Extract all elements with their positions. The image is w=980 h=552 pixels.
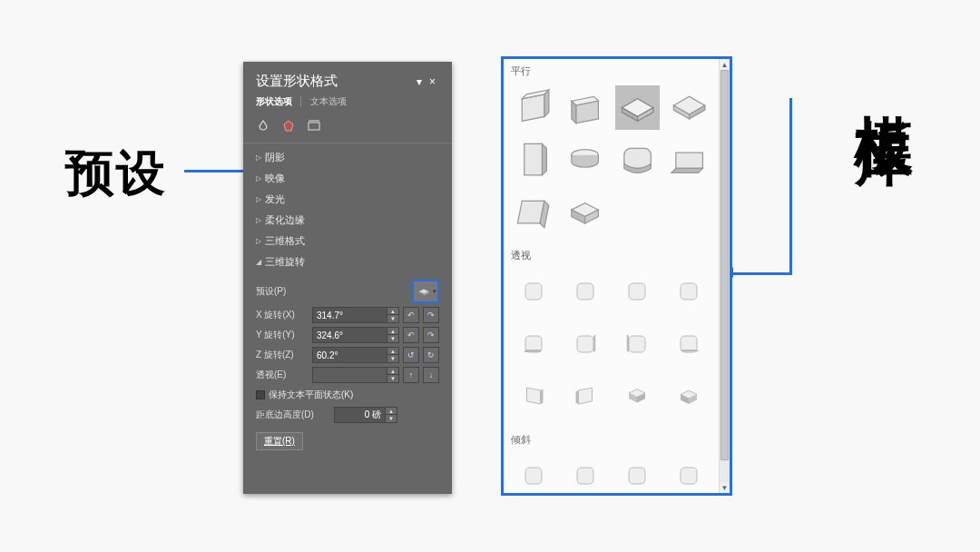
preset-thumb[interactable] bbox=[511, 321, 555, 366]
x-rotation-label: X 旋转(X) bbox=[256, 309, 309, 321]
preset-thumb[interactable] bbox=[511, 373, 555, 418]
svg-rect-1 bbox=[309, 123, 319, 130]
panel-dropdown-button[interactable]: ▾ bbox=[413, 75, 426, 88]
scroll-down-button[interactable]: ▼ bbox=[720, 482, 730, 493]
y-rotation-label: Y 旋转(Y) bbox=[256, 329, 309, 341]
scroll-thumb[interactable] bbox=[720, 70, 729, 460]
preset-thumb[interactable] bbox=[511, 270, 555, 314]
svg-marker-8 bbox=[544, 90, 549, 117]
z-rotation-input[interactable]: ▲▼ bbox=[312, 347, 399, 363]
perspective-input[interactable]: ▲▼ bbox=[312, 367, 399, 383]
tab-text-options[interactable]: 文本选项 bbox=[310, 96, 347, 106]
library-scrollbar[interactable]: ▲ ▼ bbox=[719, 59, 730, 493]
section-soft-edges[interactable]: ▷柔化边缘 bbox=[243, 210, 452, 231]
preset-thumb[interactable] bbox=[511, 190, 555, 234]
svg-marker-18 bbox=[524, 144, 543, 175]
library-section-parallel: 平行 bbox=[504, 59, 719, 82]
z-rotation-label: Z 旋转(Z) bbox=[256, 349, 309, 361]
preset-thumb[interactable] bbox=[615, 454, 660, 494]
section-glow[interactable]: ▷发光 bbox=[243, 189, 452, 210]
preset-thumb[interactable] bbox=[615, 373, 660, 418]
svg-rect-48 bbox=[577, 468, 593, 484]
section-3d-rotation[interactable]: ◢三维旋转 bbox=[243, 251, 452, 272]
fill-line-icon[interactable] bbox=[256, 119, 270, 133]
scroll-up-button[interactable]: ▲ bbox=[720, 59, 730, 70]
preset-picker-button[interactable]: ▾ bbox=[412, 280, 439, 303]
preset-thumb[interactable] bbox=[511, 85, 555, 130]
preset-thumb[interactable] bbox=[563, 270, 607, 314]
svg-rect-32 bbox=[681, 283, 697, 300]
svg-rect-47 bbox=[525, 468, 542, 484]
preset-thumb[interactable] bbox=[667, 85, 711, 130]
tab-shape-options[interactable]: 形状选项 bbox=[256, 96, 292, 106]
library-perspective-grid bbox=[504, 266, 719, 428]
effects-icon[interactable] bbox=[281, 119, 296, 133]
perspective-wide-button[interactable]: ↓ bbox=[423, 367, 439, 383]
preset-thumb[interactable] bbox=[563, 373, 607, 418]
svg-marker-19 bbox=[542, 144, 546, 175]
svg-marker-10 bbox=[576, 101, 599, 123]
svg-rect-50 bbox=[681, 468, 697, 484]
library-oblique-grid bbox=[504, 450, 719, 494]
preset-thumb[interactable] bbox=[615, 137, 660, 182]
spin-up[interactable]: ▲ bbox=[387, 308, 398, 315]
y-rotate-left-button[interactable]: ↶ bbox=[403, 327, 419, 343]
section-3d-format[interactable]: ▷三维格式 bbox=[243, 231, 452, 251]
perspective-narrow-button[interactable]: ↑ bbox=[403, 367, 419, 383]
spin-down[interactable]: ▼ bbox=[386, 415, 397, 422]
y-rotation-input[interactable]: ▲▼ bbox=[312, 327, 399, 343]
preset-thumb[interactable] bbox=[511, 454, 555, 494]
preset-thumb[interactable] bbox=[511, 137, 555, 182]
svg-rect-49 bbox=[629, 468, 645, 484]
x-rotation-input[interactable]: ▲▼ bbox=[312, 307, 399, 323]
section-reflection[interactable]: ▷映像 bbox=[243, 168, 452, 189]
x-rotate-left-button[interactable]: ↶ bbox=[403, 307, 419, 323]
svg-marker-37 bbox=[526, 388, 540, 404]
preset-thumb[interactable] bbox=[615, 321, 660, 366]
svg-marker-39 bbox=[578, 388, 592, 404]
preset-thumb[interactable] bbox=[563, 85, 607, 130]
panel-close-button[interactable]: × bbox=[426, 75, 439, 88]
y-rotate-right-button[interactable]: ↷ bbox=[423, 327, 439, 343]
preset-thumb[interactable] bbox=[667, 270, 711, 314]
preset-thumb[interactable] bbox=[563, 321, 607, 366]
preset-thumb[interactable] bbox=[563, 190, 607, 234]
spin-up[interactable]: ▲ bbox=[387, 368, 398, 375]
z-rotate-ccw-button[interactable]: ↺ bbox=[403, 347, 419, 363]
library-parallel-grid bbox=[504, 82, 719, 243]
preset-thumb-selected[interactable] bbox=[615, 85, 660, 130]
spin-down[interactable]: ▼ bbox=[387, 335, 398, 342]
x-rotate-right-button[interactable]: ↷ bbox=[423, 307, 439, 323]
spin-up[interactable]: ▲ bbox=[387, 328, 398, 335]
reset-button[interactable]: 重置(R) bbox=[256, 432, 303, 450]
size-properties-icon[interactable] bbox=[307, 119, 321, 133]
spin-up[interactable]: ▲ bbox=[387, 348, 398, 355]
preset-thumb[interactable] bbox=[667, 373, 711, 418]
preset-thumb[interactable] bbox=[563, 137, 607, 182]
annotation-library-label: 模板库 bbox=[848, 68, 918, 84]
annotation-preset-label: 预设 bbox=[65, 141, 167, 207]
preset-thumb[interactable] bbox=[667, 321, 711, 366]
tab-separator: │ bbox=[299, 96, 304, 106]
library-section-perspective: 透视 bbox=[504, 243, 719, 266]
spin-down[interactable]: ▼ bbox=[387, 355, 398, 362]
preset-thumb[interactable] bbox=[563, 454, 607, 494]
svg-marker-0 bbox=[284, 121, 293, 131]
spin-up[interactable]: ▲ bbox=[386, 408, 397, 415]
preset-thumb[interactable] bbox=[615, 270, 660, 314]
spin-down[interactable]: ▼ bbox=[387, 375, 398, 382]
z-rotate-cw-button[interactable]: ↻ bbox=[423, 347, 439, 363]
preset-thumb[interactable] bbox=[667, 137, 711, 182]
preset-thumb[interactable] bbox=[667, 454, 711, 494]
connector-line bbox=[184, 170, 246, 172]
connector-line bbox=[730, 272, 791, 275]
svg-marker-11 bbox=[572, 101, 576, 123]
rotation-section-body: 预设(P) ▾ X 旋转(X) ▲▼ ↶ ↷ Y 旋转(Y) ▲▼ ↶ ↷ bbox=[243, 272, 452, 458]
distance-input[interactable]: ▲▼ bbox=[334, 407, 397, 423]
section-shadow[interactable]: ▷阴影 bbox=[243, 147, 452, 168]
library-section-oblique: 倾斜 bbox=[504, 428, 719, 450]
svg-rect-30 bbox=[577, 283, 593, 300]
spin-down[interactable]: ▼ bbox=[387, 315, 398, 322]
preset-field-label: 预设(P) bbox=[256, 285, 309, 298]
keep-text-flat-checkbox[interactable]: 保持文本平面状态(K) bbox=[256, 389, 439, 401]
